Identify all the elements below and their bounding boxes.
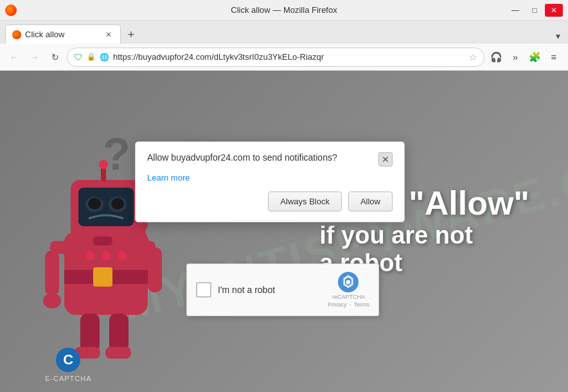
pocket-button[interactable]: 🎧 xyxy=(487,48,505,66)
nav-bar: ← → ↻ 🛡 🔒 🌐 https://buyadvupfor24.com/dL… xyxy=(0,44,568,71)
notification-header: Allow buyadvupfor24.com to send notifica… xyxy=(147,152,393,166)
svg-rect-11 xyxy=(93,236,112,245)
maximize-button[interactable]: □ xyxy=(526,4,544,17)
back-button[interactable]: ← xyxy=(5,48,23,66)
ecaptcha-logo: C xyxy=(56,348,80,372)
svg-rect-17 xyxy=(80,314,100,352)
tab-close-button[interactable]: ✕ xyxy=(103,30,114,40)
svg-rect-20 xyxy=(105,347,131,359)
more-tools-button[interactable]: » xyxy=(506,48,524,66)
ecaptcha-label: E-CAPTCHA xyxy=(45,375,92,382)
notification-title: Allow buyadvupfor24.com to send notifica… xyxy=(147,152,378,163)
svg-point-10 xyxy=(99,160,108,169)
minimize-button[interactable]: — xyxy=(506,4,524,17)
recaptcha-links[interactable]: Privacy - Terms xyxy=(328,301,369,308)
ecaptcha-area: C E-CAPTCHA xyxy=(45,348,92,382)
bookmark-button[interactable]: ☆ xyxy=(469,52,477,62)
recaptcha-right: reCAPTCHA Privacy - Terms xyxy=(328,272,369,308)
browser-title: Click allow — Mozilla Firefox xyxy=(231,5,337,15)
learn-more-link[interactable]: Learn more xyxy=(147,173,393,183)
svg-point-8 xyxy=(111,198,124,209)
svg-rect-9 xyxy=(101,167,106,181)
recaptcha-checkbox[interactable] xyxy=(196,282,211,298)
recaptcha-logo-icon xyxy=(338,272,359,292)
svg-point-21 xyxy=(85,251,94,260)
new-tab-button[interactable]: + xyxy=(122,26,140,44)
url-bar[interactable]: 🛡 🔒 🌐 https://buyadvupfor24.com/dLtykv3t… xyxy=(67,48,484,67)
close-button[interactable]: ✕ xyxy=(545,4,563,17)
page-background: MYANTISPYWARE.COM ? xyxy=(0,71,568,392)
svg-point-23 xyxy=(118,251,127,260)
ecaptcha-letter: C xyxy=(63,352,73,368)
title-bar: Click allow — Mozilla Firefox — □ ✕ xyxy=(0,0,568,21)
active-tab[interactable]: Click allow ✕ xyxy=(5,24,121,44)
shield-icon: 🛡 xyxy=(74,52,83,62)
svg-rect-14 xyxy=(45,251,59,296)
svg-point-25 xyxy=(346,280,351,285)
allow-button[interactable]: Allow xyxy=(348,192,393,211)
svg-point-7 xyxy=(88,198,101,209)
menu-button[interactable]: ≡ xyxy=(545,48,563,66)
svg-point-22 xyxy=(102,251,111,260)
notification-close-button[interactable]: ✕ xyxy=(378,152,393,166)
page-content: MYANTISPYWARE.COM ? xyxy=(0,71,568,392)
robot-illustration xyxy=(0,71,206,392)
recaptcha-terms-link[interactable]: Terms xyxy=(354,301,370,308)
lock-icon: 🔒 xyxy=(87,53,96,61)
svg-point-16 xyxy=(43,293,61,308)
tab-title: Click allow xyxy=(25,30,100,39)
extensions-button[interactable]: 🧩 xyxy=(526,48,544,66)
recaptcha-separator: - xyxy=(350,301,351,308)
recaptcha-label: I'm not a robot xyxy=(218,285,275,295)
svg-rect-18 xyxy=(109,314,129,352)
url-type-icon: 🌐 xyxy=(100,53,109,62)
always-block-button[interactable]: Always Block xyxy=(268,192,342,211)
firefox-logo xyxy=(5,4,17,16)
tab-list-button[interactable]: ▾ xyxy=(553,28,563,44)
notification-buttons: Always Block Allow xyxy=(147,192,393,211)
forward-button[interactable]: → xyxy=(26,48,44,66)
recaptcha-brand: reCAPTCHA xyxy=(332,294,365,300)
page-main-text-line2: if you are not xyxy=(319,222,529,250)
reload-button[interactable]: ↻ xyxy=(46,48,64,66)
notification-popup: Allow buyadvupfor24.com to send notifica… xyxy=(135,141,405,222)
recaptcha-widget[interactable]: I'm not a robot reCAPTCHA Privacy - Term… xyxy=(186,263,379,316)
nav-right-icons: 🎧 » 🧩 ≡ xyxy=(487,48,563,66)
recaptcha-privacy-link[interactable]: Privacy xyxy=(328,301,347,308)
svg-rect-2 xyxy=(93,267,112,287)
tab-favicon xyxy=(12,30,21,39)
tab-bar: Click allow ✕ + ▾ xyxy=(0,21,568,44)
url-text: https://buyadvupfor24.com/dLtykv3tsrI0zu… xyxy=(113,52,465,62)
